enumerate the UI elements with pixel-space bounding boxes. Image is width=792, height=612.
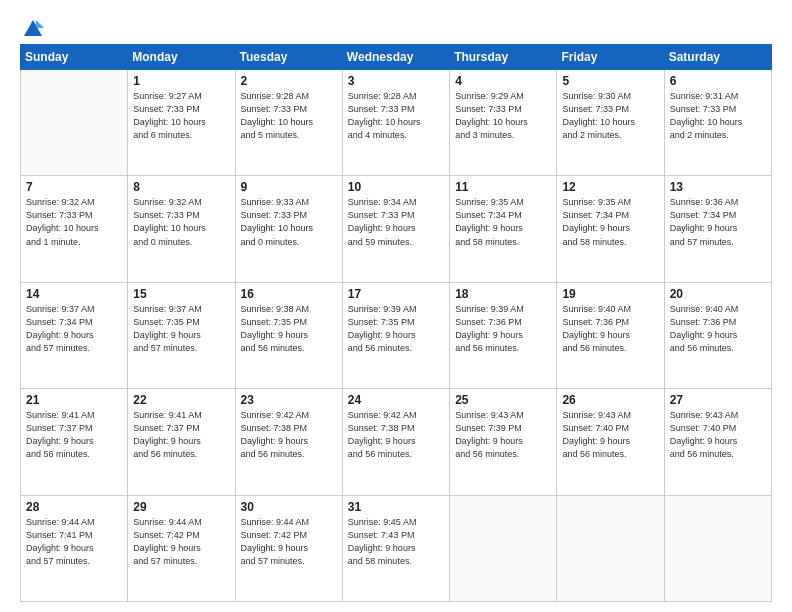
day-number: 30 xyxy=(241,500,337,514)
day-info: Sunrise: 9:44 AM Sunset: 7:42 PM Dayligh… xyxy=(133,516,229,568)
calendar-week-row: 1Sunrise: 9:27 AM Sunset: 7:33 PM Daylig… xyxy=(21,70,772,176)
day-number: 13 xyxy=(670,180,766,194)
day-info: Sunrise: 9:42 AM Sunset: 7:38 PM Dayligh… xyxy=(241,409,337,461)
day-info: Sunrise: 9:39 AM Sunset: 7:35 PM Dayligh… xyxy=(348,303,444,355)
calendar-table: SundayMondayTuesdayWednesdayThursdayFrid… xyxy=(20,44,772,602)
day-info: Sunrise: 9:43 AM Sunset: 7:40 PM Dayligh… xyxy=(562,409,658,461)
calendar-cell: 8Sunrise: 9:32 AM Sunset: 7:33 PM Daylig… xyxy=(128,176,235,282)
calendar-cell: 17Sunrise: 9:39 AM Sunset: 7:35 PM Dayli… xyxy=(342,282,449,388)
logo xyxy=(20,18,44,36)
calendar-cell xyxy=(21,70,128,176)
calendar-cell: 30Sunrise: 9:44 AM Sunset: 7:42 PM Dayli… xyxy=(235,495,342,601)
day-number: 21 xyxy=(26,393,122,407)
calendar-cell: 27Sunrise: 9:43 AM Sunset: 7:40 PM Dayli… xyxy=(664,389,771,495)
calendar-cell: 3Sunrise: 9:28 AM Sunset: 7:33 PM Daylig… xyxy=(342,70,449,176)
day-info: Sunrise: 9:35 AM Sunset: 7:34 PM Dayligh… xyxy=(455,196,551,248)
calendar-cell: 20Sunrise: 9:40 AM Sunset: 7:36 PM Dayli… xyxy=(664,282,771,388)
day-info: Sunrise: 9:44 AM Sunset: 7:41 PM Dayligh… xyxy=(26,516,122,568)
calendar-cell: 14Sunrise: 9:37 AM Sunset: 7:34 PM Dayli… xyxy=(21,282,128,388)
calendar-cell: 1Sunrise: 9:27 AM Sunset: 7:33 PM Daylig… xyxy=(128,70,235,176)
calendar-header-row: SundayMondayTuesdayWednesdayThursdayFrid… xyxy=(21,45,772,70)
calendar-cell: 21Sunrise: 9:41 AM Sunset: 7:37 PM Dayli… xyxy=(21,389,128,495)
day-info: Sunrise: 9:38 AM Sunset: 7:35 PM Dayligh… xyxy=(241,303,337,355)
day-info: Sunrise: 9:39 AM Sunset: 7:36 PM Dayligh… xyxy=(455,303,551,355)
calendar-cell: 6Sunrise: 9:31 AM Sunset: 7:33 PM Daylig… xyxy=(664,70,771,176)
col-header-sunday: Sunday xyxy=(21,45,128,70)
calendar-cell: 12Sunrise: 9:35 AM Sunset: 7:34 PM Dayli… xyxy=(557,176,664,282)
calendar-cell: 25Sunrise: 9:43 AM Sunset: 7:39 PM Dayli… xyxy=(450,389,557,495)
day-info: Sunrise: 9:27 AM Sunset: 7:33 PM Dayligh… xyxy=(133,90,229,142)
day-number: 17 xyxy=(348,287,444,301)
day-number: 7 xyxy=(26,180,122,194)
calendar-cell: 24Sunrise: 9:42 AM Sunset: 7:38 PM Dayli… xyxy=(342,389,449,495)
day-number: 26 xyxy=(562,393,658,407)
day-number: 24 xyxy=(348,393,444,407)
day-number: 2 xyxy=(241,74,337,88)
day-number: 15 xyxy=(133,287,229,301)
calendar-cell: 31Sunrise: 9:45 AM Sunset: 7:43 PM Dayli… xyxy=(342,495,449,601)
day-number: 12 xyxy=(562,180,658,194)
day-info: Sunrise: 9:40 AM Sunset: 7:36 PM Dayligh… xyxy=(670,303,766,355)
day-number: 5 xyxy=(562,74,658,88)
calendar-cell: 19Sunrise: 9:40 AM Sunset: 7:36 PM Dayli… xyxy=(557,282,664,388)
day-number: 8 xyxy=(133,180,229,194)
day-number: 23 xyxy=(241,393,337,407)
calendar-week-row: 7Sunrise: 9:32 AM Sunset: 7:33 PM Daylig… xyxy=(21,176,772,282)
day-info: Sunrise: 9:32 AM Sunset: 7:33 PM Dayligh… xyxy=(133,196,229,248)
calendar-cell xyxy=(557,495,664,601)
calendar-cell: 5Sunrise: 9:30 AM Sunset: 7:33 PM Daylig… xyxy=(557,70,664,176)
day-info: Sunrise: 9:29 AM Sunset: 7:33 PM Dayligh… xyxy=(455,90,551,142)
calendar-cell xyxy=(450,495,557,601)
calendar-cell: 2Sunrise: 9:28 AM Sunset: 7:33 PM Daylig… xyxy=(235,70,342,176)
day-number: 25 xyxy=(455,393,551,407)
day-info: Sunrise: 9:36 AM Sunset: 7:34 PM Dayligh… xyxy=(670,196,766,248)
day-number: 31 xyxy=(348,500,444,514)
calendar-cell: 29Sunrise: 9:44 AM Sunset: 7:42 PM Dayli… xyxy=(128,495,235,601)
col-header-tuesday: Tuesday xyxy=(235,45,342,70)
day-number: 6 xyxy=(670,74,766,88)
header xyxy=(20,18,772,36)
calendar-cell: 23Sunrise: 9:42 AM Sunset: 7:38 PM Dayli… xyxy=(235,389,342,495)
calendar-cell: 16Sunrise: 9:38 AM Sunset: 7:35 PM Dayli… xyxy=(235,282,342,388)
day-info: Sunrise: 9:37 AM Sunset: 7:34 PM Dayligh… xyxy=(26,303,122,355)
calendar-cell: 22Sunrise: 9:41 AM Sunset: 7:37 PM Dayli… xyxy=(128,389,235,495)
day-number: 1 xyxy=(133,74,229,88)
calendar-cell: 26Sunrise: 9:43 AM Sunset: 7:40 PM Dayli… xyxy=(557,389,664,495)
day-info: Sunrise: 9:40 AM Sunset: 7:36 PM Dayligh… xyxy=(562,303,658,355)
col-header-monday: Monday xyxy=(128,45,235,70)
calendar-cell: 13Sunrise: 9:36 AM Sunset: 7:34 PM Dayli… xyxy=(664,176,771,282)
calendar-cell xyxy=(664,495,771,601)
col-header-friday: Friday xyxy=(557,45,664,70)
calendar-week-row: 28Sunrise: 9:44 AM Sunset: 7:41 PM Dayli… xyxy=(21,495,772,601)
day-info: Sunrise: 9:42 AM Sunset: 7:38 PM Dayligh… xyxy=(348,409,444,461)
day-number: 14 xyxy=(26,287,122,301)
day-number: 4 xyxy=(455,74,551,88)
day-info: Sunrise: 9:32 AM Sunset: 7:33 PM Dayligh… xyxy=(26,196,122,248)
day-number: 11 xyxy=(455,180,551,194)
calendar-cell: 11Sunrise: 9:35 AM Sunset: 7:34 PM Dayli… xyxy=(450,176,557,282)
day-info: Sunrise: 9:30 AM Sunset: 7:33 PM Dayligh… xyxy=(562,90,658,142)
day-number: 9 xyxy=(241,180,337,194)
day-info: Sunrise: 9:34 AM Sunset: 7:33 PM Dayligh… xyxy=(348,196,444,248)
svg-marker-1 xyxy=(36,20,44,28)
col-header-saturday: Saturday xyxy=(664,45,771,70)
calendar-week-row: 21Sunrise: 9:41 AM Sunset: 7:37 PM Dayli… xyxy=(21,389,772,495)
day-number: 22 xyxy=(133,393,229,407)
day-number: 28 xyxy=(26,500,122,514)
calendar-cell: 15Sunrise: 9:37 AM Sunset: 7:35 PM Dayli… xyxy=(128,282,235,388)
day-number: 19 xyxy=(562,287,658,301)
day-number: 18 xyxy=(455,287,551,301)
day-number: 20 xyxy=(670,287,766,301)
calendar-week-row: 14Sunrise: 9:37 AM Sunset: 7:34 PM Dayli… xyxy=(21,282,772,388)
calendar-cell: 28Sunrise: 9:44 AM Sunset: 7:41 PM Dayli… xyxy=(21,495,128,601)
calendar-cell: 18Sunrise: 9:39 AM Sunset: 7:36 PM Dayli… xyxy=(450,282,557,388)
day-info: Sunrise: 9:33 AM Sunset: 7:33 PM Dayligh… xyxy=(241,196,337,248)
day-info: Sunrise: 9:35 AM Sunset: 7:34 PM Dayligh… xyxy=(562,196,658,248)
day-number: 29 xyxy=(133,500,229,514)
page: SundayMondayTuesdayWednesdayThursdayFrid… xyxy=(0,0,792,612)
day-info: Sunrise: 9:43 AM Sunset: 7:39 PM Dayligh… xyxy=(455,409,551,461)
day-info: Sunrise: 9:28 AM Sunset: 7:33 PM Dayligh… xyxy=(348,90,444,142)
day-info: Sunrise: 9:44 AM Sunset: 7:42 PM Dayligh… xyxy=(241,516,337,568)
col-header-thursday: Thursday xyxy=(450,45,557,70)
calendar-cell: 10Sunrise: 9:34 AM Sunset: 7:33 PM Dayli… xyxy=(342,176,449,282)
